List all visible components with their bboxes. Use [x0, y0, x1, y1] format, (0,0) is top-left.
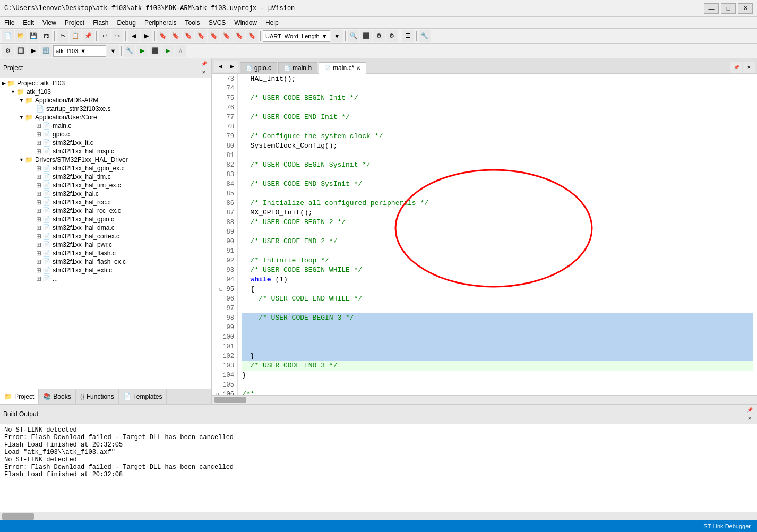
tree-item-hal-exti[interactable]: ⊞📄stm32f1xx_hal_exti.c	[1, 266, 210, 274]
tb2-star[interactable]: ☆	[175, 45, 186, 57]
tree-item-hal-c[interactable]: ⊞📄stm32f1xx_hal.c	[1, 190, 210, 198]
horizontal-scrollbar[interactable]	[212, 395, 757, 404]
tb2-wrench[interactable]: 🔧	[124, 45, 135, 57]
line-number[interactable]: ⊟ 95	[216, 285, 234, 294]
editor-tab-gpio-c[interactable]: 📄gpio.c	[240, 62, 277, 73]
code-line[interactable]	[242, 151, 753, 160]
menu-item-edit[interactable]: Edit	[19, 18, 38, 28]
code-line[interactable]: /* USER CODE END WHILE */	[242, 294, 753, 304]
close-button[interactable]: ✕	[738, 3, 753, 14]
cut-btn[interactable]: ✂	[57, 30, 68, 42]
h-scroll-thumb[interactable]	[214, 397, 246, 403]
bookmark2-btn[interactable]: 🔖	[170, 30, 182, 42]
code-content[interactable]: HAL_Init(); /* USER CODE BEGIN Init */ /…	[238, 74, 757, 395]
menu-item-window[interactable]: Window	[230, 18, 261, 28]
tree-item-hal-tim[interactable]: ⊞📄stm32f1xx_hal_tim.c	[1, 173, 210, 181]
code-line[interactable]: /* USER CODE BEGIN 3 */	[242, 313, 753, 323]
bookmark5-btn[interactable]: 🔖	[208, 30, 220, 42]
editor-close-btn[interactable]: ✕	[743, 62, 755, 73]
tree-item-hal-dma[interactable]: ⊞📄stm32f1xx_hal_dma.c	[1, 224, 210, 232]
bookmark3-btn[interactable]: 🔖	[183, 30, 194, 42]
code-line[interactable]	[242, 342, 753, 351]
code-line[interactable]: /**	[242, 390, 753, 395]
tree-item-gpio-ex[interactable]: ⊞📄stm32f1xx_hal_gpio_ex.c	[1, 164, 210, 173]
menu-item-project[interactable]: Project	[61, 18, 89, 28]
tree-item-hal-tim-ex[interactable]: ⊞📄stm32f1xx_hal_tim_ex.c	[1, 181, 210, 190]
code-line[interactable]	[242, 332, 753, 342]
code-line[interactable]: /* Configure the system clock */	[242, 132, 753, 141]
menu-item-help[interactable]: Help	[261, 18, 283, 28]
code-line[interactable]	[242, 189, 753, 199]
code-line[interactable]	[242, 246, 753, 256]
code-line[interactable]	[242, 380, 753, 390]
code-line[interactable]: {	[242, 285, 753, 294]
tree-item-startup-file[interactable]: 📄startup_stm32f103xe.s	[1, 105, 210, 113]
tab-left-btn[interactable]: ◀	[214, 61, 226, 72]
code-line[interactable]: HAL_Init();	[242, 74, 753, 84]
project-tab-templates[interactable]: 📄Templates	[119, 389, 167, 404]
project-tab-books[interactable]: 📚Books	[39, 389, 75, 404]
bookmark-btn[interactable]: 🔖	[157, 30, 169, 42]
stop-btn[interactable]: ⬛	[360, 30, 372, 42]
code-line[interactable]: /* Infinite loop */	[242, 256, 753, 265]
options-btn[interactable]: ⚙	[386, 30, 398, 42]
undo-btn[interactable]: ↩	[99, 30, 110, 42]
project-tab-functions[interactable]: {}Functions	[76, 389, 119, 404]
code-line[interactable]	[242, 170, 753, 179]
tree-item-hal-cortex[interactable]: ⊞📄stm32f1xx_hal_cortex.c	[1, 232, 210, 241]
minimize-button[interactable]: —	[704, 3, 719, 14]
tab-close-icon[interactable]: ✕	[356, 65, 360, 71]
menu-item-svcs[interactable]: SVCS	[204, 18, 230, 28]
code-line[interactable]	[242, 227, 753, 237]
tb2-green2[interactable]: ⬛	[149, 45, 161, 57]
save-all-btn[interactable]: 🖫	[40, 30, 52, 42]
code-line[interactable]: /* USER CODE BEGIN Init */	[242, 93, 753, 103]
code-line[interactable]: while (1)	[242, 275, 753, 285]
redo-btn[interactable]: ↪	[111, 30, 123, 42]
new-file-btn[interactable]: 📄	[2, 30, 14, 42]
project-dropdown[interactable]: atk_f103 ▼	[53, 45, 106, 57]
tree-item-hal-flash-ex[interactable]: ⊞📄stm32f1xx_hal_flash_ex.c	[1, 258, 210, 266]
panel-close-btn[interactable]: ✕	[200, 68, 208, 76]
bookmark8-btn[interactable]: 🔖	[246, 30, 258, 42]
tree-item-main-c[interactable]: ⊞📄main.c	[1, 122, 210, 130]
build-content[interactable]: No ST-LINK detectedError: Flash Download…	[0, 424, 757, 512]
tree-item-drivers[interactable]: ▼📁Drivers/STM32F1xx_HAL_Driver	[1, 156, 210, 164]
tb2-target[interactable]: ▼	[107, 45, 119, 57]
code-line[interactable]	[242, 103, 753, 113]
function-dropdown[interactable]: UART_Word_Length ▼	[263, 30, 330, 42]
maximize-button[interactable]: □	[721, 3, 736, 14]
bookmark6-btn[interactable]: 🔖	[221, 30, 233, 42]
editor-tab-main-c[interactable]: 📄main.c*✕	[319, 62, 366, 74]
menu-item-file[interactable]: File	[0, 18, 19, 28]
tab-right-btn[interactable]: ▶	[226, 61, 238, 72]
code-line[interactable]: /* USER CODE END SysInit */	[242, 179, 753, 189]
code-line[interactable]: }	[242, 371, 753, 380]
debug-btn[interactable]: ⚙	[373, 30, 385, 42]
tree-item-gpio-c[interactable]: ⊞📄gpio.c	[1, 130, 210, 139]
menu-item-tools[interactable]: Tools	[181, 18, 204, 28]
tree-item-app-mdk[interactable]: ▼📁Application/MDK-ARM	[1, 96, 210, 105]
tb2-btn1[interactable]: ⚙	[2, 45, 14, 57]
code-line[interactable]: /* USER CODE END 2 */	[242, 237, 753, 246]
code-line[interactable]	[242, 84, 753, 93]
open-btn[interactable]: 📂	[15, 30, 27, 42]
func-list-btn[interactable]: ▼	[331, 30, 343, 42]
build-horizontal-scroll[interactable]	[0, 512, 757, 520]
code-line[interactable]	[242, 122, 753, 132]
code-line[interactable]: }	[242, 351, 753, 361]
editor-tab-main-h[interactable]: 📄main.h	[278, 62, 317, 73]
tree-item-hal-rcc-ex[interactable]: ⊞📄stm32f1xx_hal_rcc_ex.c	[1, 207, 210, 215]
tree-item-project-root[interactable]: ▶📁Project: atk_f103	[1, 79, 210, 88]
code-line[interactable]: SystemClock_Config();	[242, 141, 753, 151]
tb2-green1[interactable]: ▶	[136, 45, 148, 57]
code-line[interactable]: /* Initialize all configured peripherals…	[242, 199, 753, 208]
paste-btn[interactable]: 📌	[82, 30, 94, 42]
tb2-btn2[interactable]: 🔲	[15, 45, 27, 57]
tree-item-msp-c[interactable]: ⊞📄stm32f1xx_hal_msp.c	[1, 147, 210, 156]
code-line[interactable]	[242, 304, 753, 313]
menu-item-view[interactable]: View	[38, 18, 61, 28]
tree-item-more[interactable]: ⊞📄...	[1, 274, 210, 283]
bookmark7-btn[interactable]: 🔖	[234, 30, 245, 42]
line-number[interactable]: ⊟ 106	[216, 390, 234, 395]
